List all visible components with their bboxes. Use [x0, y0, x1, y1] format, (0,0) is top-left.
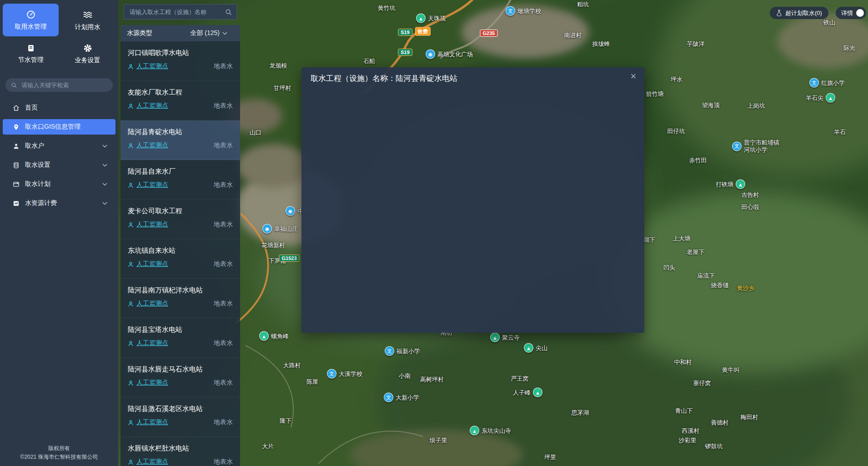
person-icon: [128, 143, 134, 149]
document-icon: [26, 44, 35, 53]
list-item[interactable]: 陆河县激石溪老区水电站 人工监测点 地表水: [120, 397, 240, 437]
station-detail-modal: 取水工程（设施）名称：陆河县青碇水电站 ×: [301, 67, 644, 333]
list-item[interactable]: 陆河县南万镇杞洋水电站 人工监测点 地表水: [120, 279, 240, 318]
list-item[interactable]: 陆河县自来水厂 人工监测点 地表水: [120, 160, 240, 200]
monitor-type-link[interactable]: 人工监测点: [136, 102, 168, 110]
chevron-down-icon: [102, 202, 107, 205]
station-name: 陆河县青碇水电站: [128, 128, 233, 136]
water-source-type: 地表水: [214, 220, 233, 229]
menu-item-gis-info[interactable]: 取水口GIS信息管理: [3, 119, 115, 135]
copyright-line2: ©2021 珠海市仁智科技有限公司: [0, 453, 118, 461]
monitor-type-link[interactable]: 人工监测点: [136, 62, 168, 70]
menu-item-home[interactable]: 首页: [0, 100, 118, 115]
over-plan-intake-label: 超计划取水(0): [785, 9, 822, 17]
list-item[interactable]: 水唇镇水栏肚水电站 人工监测点 地表水: [120, 437, 240, 466]
list-item[interactable]: 麦卡公司取水工程 人工监测点 地表水: [120, 200, 240, 239]
module-water-intake-management[interactable]: 取用水管理: [3, 4, 59, 36]
water-source-type: 地表水: [214, 181, 233, 189]
copyright-line1: 版权所有: [0, 444, 118, 453]
menu-item-intake-settings[interactable]: 取水设置: [0, 157, 118, 173]
chevron-down-icon: [102, 164, 107, 167]
over-plan-intake-button[interactable]: 超计划取水(0): [770, 7, 828, 19]
sidebar-menu: 首页 取水口GIS信息管理 取水户: [0, 100, 118, 211]
meter-icon: [26, 10, 36, 20]
menu-label: 取水户: [25, 142, 44, 150]
home-icon: [13, 105, 20, 111]
list-item[interactable]: 陆河县宝塔水电站 人工监测点 地表水: [120, 318, 240, 358]
person-icon: [128, 64, 134, 70]
module-label: 节水管理: [18, 56, 44, 64]
monitor-type-link[interactable]: 人工监测点: [136, 141, 168, 150]
station-name: 河口镇唱歌潭水电站: [128, 49, 233, 57]
list-item[interactable]: 陆河县青碇水电站 人工监测点 地表水: [120, 120, 240, 160]
filter-value: 全部 (125): [190, 29, 220, 37]
billing-chart-icon: [13, 200, 20, 207]
module-label: 业务设置: [75, 56, 100, 65]
module-water-saving-management[interactable]: 节水管理: [3, 37, 59, 70]
flask-icon: [776, 10, 782, 16]
water-source-type: 地表水: [214, 379, 233, 387]
list-item[interactable]: 东坑镇自来水站 人工监测点 地表水: [120, 239, 240, 279]
person-icon: [128, 341, 134, 346]
menu-item-water-users[interactable]: 取水户: [0, 138, 118, 154]
modal-title: 取水工程（设施）名称：陆河县青碇水电站: [311, 73, 457, 84]
toggle-knob[interactable]: [856, 9, 864, 17]
station-search-input[interactable]: [129, 8, 222, 16]
station-list-panel: 水源类型 全部 (125) 河口镇唱歌潭水电站 人工监测点 地表水 友能: [120, 0, 240, 466]
list-item[interactable]: 友能水厂取水工程 人工监测点 地表水: [120, 81, 240, 120]
keyword-search-input[interactable]: [20, 81, 107, 89]
person-icon: [128, 103, 134, 109]
menu-label: 首页: [25, 104, 38, 112]
keyword-search-box[interactable]: [5, 78, 113, 92]
station-name: 陆河县自来水厂: [128, 167, 233, 176]
menu-item-water-billing[interactable]: 水资源计费: [0, 195, 118, 211]
station-search-box[interactable]: [124, 4, 237, 20]
water-source-type: 地表水: [214, 300, 233, 308]
menu-label: 水资源计费: [25, 199, 57, 207]
monitor-type-link[interactable]: 人工监测点: [136, 458, 168, 466]
menu-label: 取水口GIS信息管理: [25, 123, 80, 131]
person-icon: [128, 261, 134, 267]
monitor-type-link[interactable]: 人工监测点: [136, 339, 168, 347]
search-icon: [11, 82, 17, 89]
station-name: 麦卡公司取水工程: [128, 207, 233, 215]
monitor-type-link[interactable]: 人工监测点: [136, 418, 168, 426]
person-icon: [128, 222, 134, 228]
detail-toggle[interactable]: 详情: [836, 7, 866, 19]
copyright-footer: 版权所有 ©2021 珠海市仁智科技有限公司: [0, 444, 118, 466]
station-list-header: 水源类型 全部 (125): [120, 25, 240, 41]
database-icon: [13, 162, 20, 169]
module-planned-water-use[interactable]: 计划用水: [60, 4, 115, 36]
station-name: 陆河县激石溪老区水电站: [128, 405, 233, 413]
monitor-type-link[interactable]: 人工监测点: [136, 220, 168, 229]
water-source-type: 地表水: [214, 102, 233, 110]
chevron-down-icon: [222, 32, 227, 35]
monitor-type-link[interactable]: 人工监测点: [136, 300, 168, 308]
plan-icon: [13, 181, 20, 188]
sidebar: 取用水管理 计划用水 节水管理: [0, 0, 118, 466]
detail-toggle-label: 详情: [841, 9, 853, 17]
module-business-settings[interactable]: 业务设置: [60, 37, 115, 70]
water-source-type: 地表水: [214, 260, 233, 268]
menu-item-intake-plan[interactable]: 取水计划: [0, 176, 118, 192]
monitor-type-link[interactable]: 人工监测点: [136, 260, 168, 268]
person-icon: [128, 420, 134, 426]
source-type-filter[interactable]: 全部 (125): [190, 29, 234, 37]
chevron-down-icon: [102, 183, 107, 186]
module-label: 取用水管理: [15, 23, 47, 31]
water-source-type: 地表水: [214, 339, 233, 347]
module-label: 计划用水: [75, 23, 100, 31]
list-item[interactable]: 河口镇唱歌潭水电站 人工监测点 地表水: [120, 41, 240, 81]
monitor-type-link[interactable]: 人工监测点: [136, 181, 168, 189]
search-icon: [225, 9, 232, 15]
person-icon: [128, 380, 134, 386]
app-window: 黄竹坑石船龙颈根甘坪村山口粗坑南进村挨垅蜂芋陂洋际光铁山坪水箭竹塘望海顶上岗坑羊…: [0, 0, 868, 466]
list-item[interactable]: 陆河县水唇走马石水电站 人工监测点 地表水: [120, 358, 240, 397]
close-icon[interactable]: ×: [628, 70, 639, 83]
chevron-down-icon: [102, 145, 107, 148]
person-icon: [128, 182, 134, 188]
waves-icon: [82, 9, 93, 20]
monitor-type-link[interactable]: 人工监测点: [136, 379, 168, 387]
station-name: 水唇镇水栏肚水电站: [128, 444, 233, 453]
map-pin-icon: [13, 124, 20, 130]
